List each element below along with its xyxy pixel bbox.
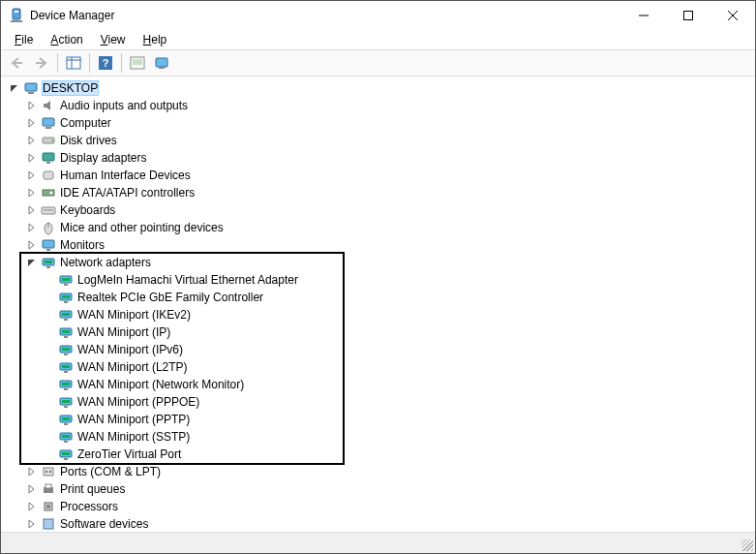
tree-category[interactable]: Human Interface Devices	[4, 167, 754, 184]
statusbar	[1, 532, 755, 553]
svg-rect-51	[62, 348, 70, 351]
svg-text:?: ?	[103, 57, 109, 69]
tree-device[interactable]: WAN Miniport (L2TP)	[4, 358, 754, 376]
expand-icon[interactable]	[25, 186, 39, 200]
tree-category[interactable]: Keyboards	[4, 201, 754, 219]
tree-item-label: WAN Miniport (IP)	[77, 325, 170, 339]
back-button[interactable]	[5, 52, 28, 74]
expand-icon[interactable]	[25, 465, 39, 478]
svg-rect-61	[64, 406, 68, 408]
keyboard-icon	[41, 202, 56, 218]
tree-category[interactable]: IDE ATA/ATAPI controllers	[4, 184, 754, 201]
tree-category[interactable]: Print queues	[4, 480, 754, 498]
svg-rect-33	[43, 240, 54, 248]
svg-rect-9	[67, 57, 80, 69]
expand-icon[interactable]	[25, 169, 39, 182]
svg-rect-75	[45, 484, 51, 488]
svg-rect-49	[64, 336, 68, 338]
svg-rect-43	[64, 301, 68, 303]
tree-category[interactable]: Audio inputs and outputs	[4, 97, 754, 114]
tree-device[interactable]: WAN Miniport (IP)	[4, 323, 754, 341]
svg-rect-25	[46, 162, 50, 164]
hid-icon	[41, 168, 56, 183]
svg-rect-37	[46, 266, 50, 268]
scan-hardware-button[interactable]	[126, 52, 149, 74]
collapse-icon[interactable]	[25, 256, 39, 269]
tree-category[interactable]: Mice and other pointing devices	[4, 219, 754, 236]
tree-device[interactable]: WAN Miniport (PPTP)	[4, 411, 754, 428]
menu-view[interactable]: View	[93, 32, 134, 47]
display-icon	[41, 150, 56, 166]
tree-item-label: WAN Miniport (L2TP)	[77, 360, 188, 374]
svg-rect-45	[62, 313, 70, 316]
tree-device[interactable]: WAN Miniport (Network Monitor)	[4, 376, 754, 393]
svg-rect-20	[43, 118, 54, 126]
content-area: DESKTOPAudio inputs and outputsComputerD…	[2, 77, 754, 532]
expand-icon[interactable]	[25, 203, 39, 217]
tree-category[interactable]: Network adapters	[4, 254, 754, 271]
tree-device[interactable]: WAN Miniport (IKEv2)	[4, 306, 754, 323]
show-hide-tree-button[interactable]	[62, 52, 85, 74]
tree-item-label: Display adapters	[60, 151, 146, 165]
svg-rect-48	[62, 330, 70, 333]
tree-category[interactable]: Monitors	[4, 236, 754, 254]
tree-item-label: Print queues	[60, 482, 125, 496]
tree-category[interactable]: Display adapters	[4, 149, 754, 167]
tree-root[interactable]: DESKTOP	[4, 79, 754, 97]
tree-device[interactable]: LogMeIn Hamachi Virtual Ethernet Adapter	[4, 271, 754, 289]
expand-icon[interactable]	[25, 221, 39, 234]
network-icon	[58, 429, 74, 445]
expand-icon[interactable]	[25, 238, 39, 252]
svg-rect-67	[64, 441, 68, 443]
tree-device[interactable]: WAN Miniport (PPPOE)	[4, 393, 754, 411]
svg-rect-55	[64, 371, 68, 373]
menu-action[interactable]: Action	[43, 32, 90, 47]
network-icon	[58, 394, 74, 410]
tree-item-label: WAN Miniport (PPTP)	[77, 413, 190, 426]
tree-category[interactable]: Computer	[4, 114, 754, 132]
expand-icon[interactable]	[25, 99, 39, 112]
tree-item-label: Disk drives	[60, 134, 117, 147]
device-tree[interactable]: DESKTOPAudio inputs and outputsComputerD…	[2, 77, 754, 532]
tree-device[interactable]: ZeroTier Virtual Port	[4, 446, 754, 463]
expand-icon[interactable]	[25, 151, 39, 165]
expand-spacer	[43, 447, 56, 461]
mouse-icon	[41, 220, 56, 235]
expand-spacer	[43, 308, 56, 322]
menubar: File Action View Help	[1, 30, 755, 49]
minimize-button[interactable]	[621, 1, 666, 29]
device-properties-button[interactable]	[151, 52, 174, 74]
expand-icon[interactable]	[25, 482, 39, 496]
forward-button[interactable]	[30, 52, 53, 74]
close-button[interactable]	[711, 1, 755, 29]
tree-device[interactable]: Realtek PCIe GbE Family Controller	[4, 289, 754, 306]
tree-device[interactable]: WAN Miniport (IPv6)	[4, 341, 754, 358]
svg-rect-71	[44, 468, 53, 476]
svg-point-72	[45, 471, 47, 473]
monitor-icon	[41, 237, 56, 253]
ports-icon	[41, 464, 56, 479]
expand-icon[interactable]	[25, 500, 39, 513]
menu-help[interactable]: Help	[136, 32, 175, 47]
expand-spacer	[43, 413, 56, 426]
tree-category[interactable]: Ports (COM & LPT)	[4, 463, 754, 480]
expand-icon[interactable]	[25, 116, 39, 130]
tree-category[interactable]: Disk drives	[4, 132, 754, 149]
menu-file[interactable]: File	[7, 32, 41, 47]
tree-item-label: Processors	[60, 500, 118, 513]
network-icon	[58, 272, 74, 288]
help-button[interactable]: ?	[94, 52, 117, 74]
tree-category[interactable]: Software devices	[4, 515, 754, 532]
maximize-button[interactable]	[666, 1, 711, 29]
toolbar: ?	[1, 49, 755, 77]
tree-item-label: ZeroTier Virtual Port	[77, 447, 181, 461]
svg-rect-46	[64, 319, 68, 321]
expand-spacer	[43, 360, 56, 374]
tree-device[interactable]: WAN Miniport (SSTP)	[4, 428, 754, 446]
expand-icon[interactable]	[25, 517, 39, 531]
expand-icon[interactable]	[25, 134, 39, 147]
svg-rect-40	[64, 284, 68, 286]
collapse-icon[interactable]	[8, 81, 21, 95]
network-icon	[58, 307, 74, 323]
tree-category[interactable]: Processors	[4, 498, 754, 515]
